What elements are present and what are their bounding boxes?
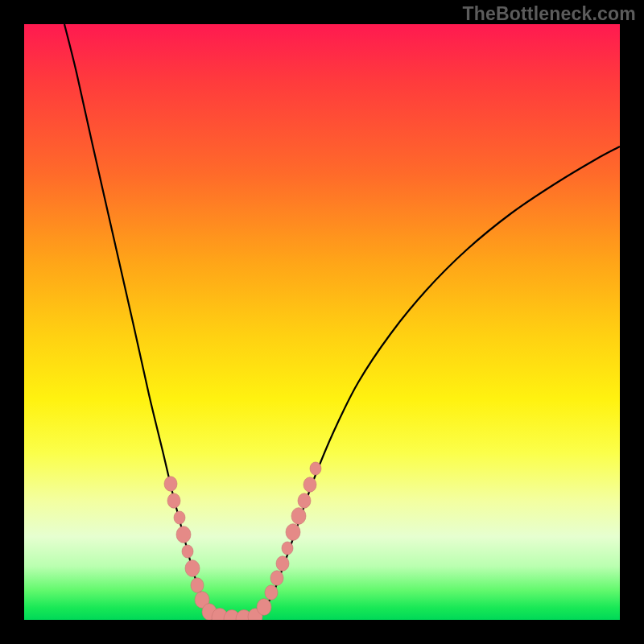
data-dot [276,556,289,571]
data-dot [270,571,283,585]
chart-frame: TheBottleneck.com [0,0,644,644]
data-dot [164,477,177,491]
data-dot [286,524,300,541]
data-dot [303,477,316,492]
data-dot [265,585,278,600]
data-dot [310,462,321,475]
data-dot [174,511,185,524]
chart-plot-area [24,24,620,620]
chart-svg [24,24,620,620]
curve-left-branch [64,24,217,618]
data-dot [182,545,193,558]
data-dot [291,508,306,525]
data-dot [298,493,311,508]
curve-right-branch [254,147,620,618]
data-dot [167,493,180,508]
bottleneck-curve [64,24,620,619]
data-dot [282,542,293,555]
data-dot-cluster [164,462,321,620]
data-dot [191,578,204,592]
data-dot [257,599,271,616]
data-dot [185,560,200,577]
data-dot [176,526,191,543]
watermark-text: TheBottleneck.com [462,3,636,25]
